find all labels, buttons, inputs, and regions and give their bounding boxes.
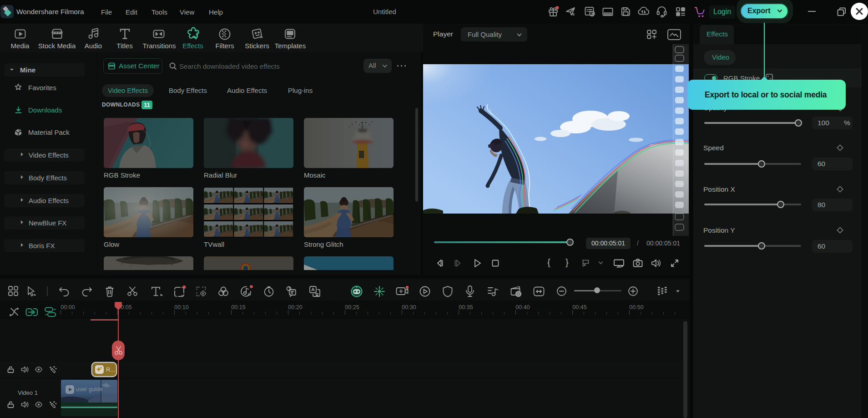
svg-text:00:10: 00:10 bbox=[174, 304, 188, 311]
svg-text:00:25: 00:25 bbox=[345, 304, 359, 311]
svg-text:00:35: 00:35 bbox=[459, 304, 473, 311]
svg-text:00:20: 00:20 bbox=[288, 304, 302, 311]
svg-text:00:50: 00:50 bbox=[629, 304, 643, 311]
svg-text:00:00: 00:00 bbox=[61, 304, 75, 311]
svg-text:00:15: 00:15 bbox=[231, 304, 245, 311]
svg-text:00:40: 00:40 bbox=[515, 304, 530, 311]
svg-text:00:30: 00:30 bbox=[402, 304, 416, 311]
svg-text:00:45: 00:45 bbox=[572, 304, 586, 311]
